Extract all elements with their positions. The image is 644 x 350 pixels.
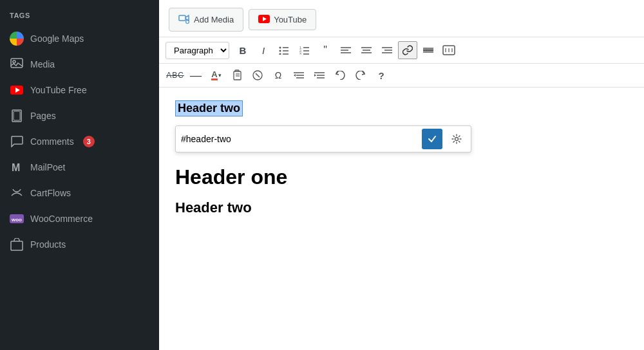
- strikethrough-button[interactable]: ABC: [166, 66, 185, 84]
- sidebar-item-youtube-free[interactable]: YouTube Free: [0, 77, 159, 103]
- comments-icon: [10, 134, 24, 149]
- italic-button[interactable]: I: [254, 41, 273, 59]
- products-icon: [10, 237, 24, 252]
- google-maps-icon: [10, 32, 24, 46]
- clear-formatting-button[interactable]: [248, 66, 267, 84]
- pages-icon: [10, 109, 24, 123]
- sidebar-item-media[interactable]: Media: [0, 51, 159, 77]
- bold-button[interactable]: B: [233, 41, 252, 59]
- svg-text:woo: woo: [11, 217, 22, 223]
- align-right-button[interactable]: [377, 41, 397, 59]
- indent-button[interactable]: [310, 66, 329, 84]
- link-popup: [175, 125, 628, 152]
- sidebar-item-label: MailPoet: [30, 162, 65, 172]
- youtube-toolbar-icon: [258, 14, 270, 25]
- special-char-button[interactable]: Ω: [269, 66, 288, 84]
- toolbar-row-2: Paragraph B I 1. 2. 3. ": [159, 37, 644, 64]
- header-one: Header one: [175, 165, 628, 189]
- toolbar-row-3: ABC — A ▾ Ω: [159, 64, 644, 88]
- main-editor: Add Media YouTube Paragraph B I: [159, 0, 644, 350]
- redo-button[interactable]: [351, 66, 370, 84]
- comments-badge: 3: [83, 136, 95, 147]
- paste-as-text-button[interactable]: [227, 66, 247, 84]
- text-color-icon: A: [211, 70, 217, 80]
- woocommerce-icon: woo: [10, 212, 24, 226]
- align-left-button[interactable]: [336, 41, 355, 59]
- unordered-list-button[interactable]: [274, 41, 294, 59]
- youtube-icon: [10, 83, 24, 97]
- sidebar-item-label: Comments: [30, 136, 74, 147]
- sidebar-item-label: Products: [30, 239, 66, 250]
- svg-point-14: [279, 47, 281, 49]
- keyboard-shortcut-button[interactable]: [439, 41, 459, 59]
- link-settings-button[interactable]: [446, 129, 467, 149]
- blockquote-button[interactable]: ": [316, 41, 335, 59]
- cartflows-icon: [10, 186, 24, 200]
- youtube-label: YouTube: [274, 15, 307, 24]
- svg-point-18: [279, 53, 281, 55]
- editor-content[interactable]: Header two Header one: [159, 88, 644, 350]
- horizontal-line-button[interactable]: —: [186, 66, 205, 84]
- sidebar-item-label: Media: [30, 59, 55, 69]
- ordered-list-button[interactable]: 1. 2. 3.: [295, 41, 314, 59]
- add-media-icon: [178, 13, 190, 26]
- svg-text:3.: 3.: [299, 52, 302, 55]
- header-two: Header two: [175, 199, 628, 216]
- svg-point-16: [279, 50, 281, 52]
- svg-rect-10: [179, 15, 185, 21]
- sidebar-item-comments[interactable]: Comments 3: [0, 129, 159, 154]
- link-button[interactable]: [398, 41, 417, 59]
- link-popup-inner: [175, 125, 471, 152]
- sidebar-item-products[interactable]: Products: [0, 232, 159, 257]
- add-media-label: Add Media: [194, 15, 234, 24]
- outdent-button[interactable]: [289, 66, 308, 84]
- youtube-button[interactable]: YouTube: [249, 9, 316, 30]
- sidebar-item-woocommerce[interactable]: woo WooCommerce: [0, 206, 159, 232]
- header-two-selected-container: Header two: [175, 100, 628, 122]
- align-center-button[interactable]: [357, 41, 376, 59]
- svg-text:M: M: [12, 162, 20, 173]
- horizontal-rule-button[interactable]: [419, 41, 438, 59]
- media-icon: [10, 57, 24, 71]
- svg-marker-54: [314, 74, 316, 77]
- svg-point-55: [455, 138, 459, 141]
- link-submit-button[interactable]: [422, 129, 442, 149]
- link-url-input[interactable]: [180, 131, 418, 147]
- sidebar-item-pages[interactable]: Pages: [0, 103, 159, 129]
- help-button[interactable]: ?: [372, 66, 391, 84]
- svg-marker-50: [294, 74, 296, 77]
- sidebar-item-label: Pages: [30, 111, 56, 121]
- color-dropdown-arrow[interactable]: ▾: [218, 72, 222, 78]
- sidebar-item-label: Google Maps: [30, 33, 84, 44]
- sidebar-item-google-maps[interactable]: Google Maps: [0, 26, 159, 51]
- sidebar-title: Tags: [0, 0, 159, 26]
- add-media-button[interactable]: Add Media: [169, 8, 243, 32]
- sidebar-item-mailpoet[interactable]: M MailPoet: [0, 154, 159, 180]
- format-select[interactable]: Paragraph: [166, 42, 229, 59]
- mailpoet-icon: M: [10, 160, 24, 174]
- toolbar-row-1: Add Media YouTube: [159, 0, 644, 37]
- svg-rect-9: [11, 241, 23, 250]
- sidebar-item-cartflows[interactable]: CartFlows: [0, 180, 159, 206]
- sidebar: Tags Google Maps Media YouTube Free: [0, 0, 159, 350]
- sidebar-item-label: WooCommerce: [30, 214, 93, 224]
- text-color-button[interactable]: A ▾: [207, 66, 226, 84]
- undo-button[interactable]: [330, 66, 350, 84]
- sidebar-item-label: YouTube Free: [30, 85, 87, 95]
- svg-rect-0: [11, 59, 23, 68]
- svg-point-1: [13, 60, 15, 63]
- svg-rect-5: [14, 111, 20, 120]
- svg-line-46: [256, 73, 260, 77]
- selected-header-two-text[interactable]: Header two: [175, 100, 243, 116]
- sidebar-item-label: CartFlows: [30, 188, 71, 198]
